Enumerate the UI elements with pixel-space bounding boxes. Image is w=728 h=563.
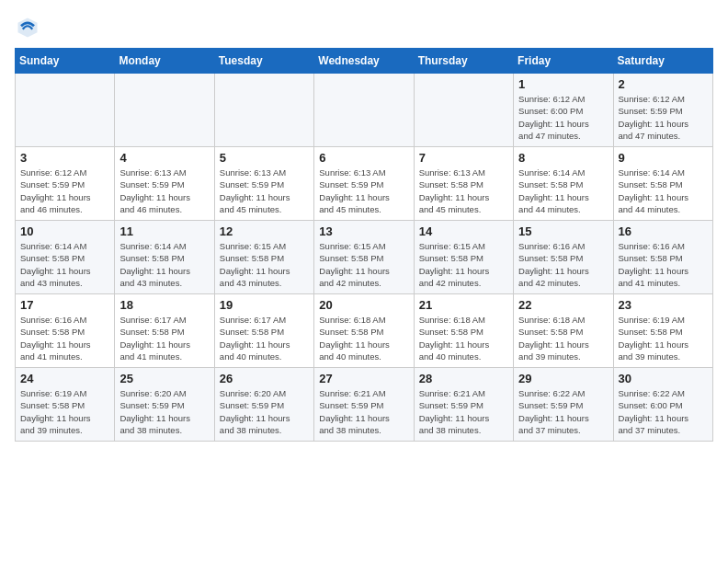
day-info: Sunrise: 6:15 AM Sunset: 5:58 PM Dayligh… — [319, 240, 408, 289]
day-info: Sunrise: 6:14 AM Sunset: 5:58 PM Dayligh… — [619, 167, 708, 215]
calendar-cell: 10Sunrise: 6:14 AM Sunset: 5:58 PM Dayli… — [16, 221, 115, 294]
calendar-week-row: 10Sunrise: 6:14 AM Sunset: 5:58 PM Dayli… — [16, 221, 713, 294]
weekday-header-thursday: Thursday — [414, 49, 513, 74]
calendar-week-row: 3Sunrise: 6:12 AM Sunset: 5:59 PM Daylig… — [16, 147, 713, 221]
day-number: 23 — [619, 298, 708, 312]
calendar-cell: 20Sunrise: 6:18 AM Sunset: 5:58 PM Dayli… — [314, 294, 414, 368]
calendar-cell: 21Sunrise: 6:18 AM Sunset: 5:58 PM Dayli… — [414, 294, 513, 368]
calendar-cell: 28Sunrise: 6:21 AM Sunset: 5:59 PM Dayli… — [414, 368, 513, 442]
day-info: Sunrise: 6:18 AM Sunset: 5:58 PM Dayligh… — [319, 314, 408, 362]
day-number: 28 — [419, 372, 508, 385]
day-number: 17 — [20, 298, 109, 312]
day-info: Sunrise: 6:19 AM Sunset: 5:58 PM Dayligh… — [20, 387, 109, 436]
day-info: Sunrise: 6:16 AM Sunset: 5:58 PM Dayligh… — [619, 240, 708, 289]
page-header — [15, 15, 713, 40]
calendar-table: SundayMondayTuesdayWednesdayThursdayFrid… — [15, 48, 713, 442]
day-number: 22 — [518, 298, 608, 312]
day-info: Sunrise: 6:13 AM Sunset: 5:58 PM Dayligh… — [419, 167, 508, 215]
calendar-cell — [414, 74, 513, 147]
day-number: 8 — [518, 151, 608, 165]
weekday-header-saturday: Saturday — [613, 49, 712, 74]
day-number: 27 — [319, 372, 408, 385]
calendar-cell: 15Sunrise: 6:16 AM Sunset: 5:58 PM Dayli… — [514, 221, 613, 294]
calendar-week-row: 24Sunrise: 6:19 AM Sunset: 5:58 PM Dayli… — [16, 368, 713, 442]
logo-icon — [15, 15, 40, 40]
calendar-cell: 16Sunrise: 6:16 AM Sunset: 5:58 PM Dayli… — [613, 221, 712, 294]
calendar-cell: 26Sunrise: 6:20 AM Sunset: 5:59 PM Dayli… — [214, 368, 313, 442]
calendar-cell: 7Sunrise: 6:13 AM Sunset: 5:58 PM Daylig… — [414, 147, 513, 221]
day-number: 25 — [119, 372, 209, 385]
day-number: 26 — [220, 372, 309, 385]
calendar-cell: 25Sunrise: 6:20 AM Sunset: 5:59 PM Dayli… — [115, 368, 214, 442]
day-info: Sunrise: 6:21 AM Sunset: 5:59 PM Dayligh… — [319, 387, 408, 436]
day-number: 30 — [619, 372, 708, 385]
calendar-cell: 17Sunrise: 6:16 AM Sunset: 5:58 PM Dayli… — [16, 294, 115, 368]
weekday-header-sunday: Sunday — [16, 49, 115, 74]
day-info: Sunrise: 6:13 AM Sunset: 5:59 PM Dayligh… — [220, 167, 309, 215]
logo — [15, 15, 44, 40]
day-info: Sunrise: 6:22 AM Sunset: 6:00 PM Dayligh… — [619, 387, 708, 436]
day-info: Sunrise: 6:18 AM Sunset: 5:58 PM Dayligh… — [518, 314, 608, 362]
day-info: Sunrise: 6:22 AM Sunset: 5:59 PM Dayligh… — [518, 387, 608, 436]
day-number: 11 — [119, 224, 209, 238]
calendar-cell: 6Sunrise: 6:13 AM Sunset: 5:59 PM Daylig… — [314, 147, 414, 221]
calendar-cell: 19Sunrise: 6:17 AM Sunset: 5:58 PM Dayli… — [214, 294, 313, 368]
day-info: Sunrise: 6:20 AM Sunset: 5:59 PM Dayligh… — [119, 387, 209, 436]
day-info: Sunrise: 6:18 AM Sunset: 5:58 PM Dayligh… — [419, 314, 508, 362]
day-info: Sunrise: 6:20 AM Sunset: 5:59 PM Dayligh… — [220, 387, 309, 436]
day-number: 12 — [220, 224, 309, 238]
weekday-header-wednesday: Wednesday — [314, 49, 414, 74]
calendar-cell: 29Sunrise: 6:22 AM Sunset: 5:59 PM Dayli… — [514, 368, 613, 442]
day-info: Sunrise: 6:13 AM Sunset: 5:59 PM Dayligh… — [119, 167, 209, 215]
day-number: 19 — [220, 298, 309, 312]
calendar-cell: 3Sunrise: 6:12 AM Sunset: 5:59 PM Daylig… — [16, 147, 115, 221]
svg-marker-0 — [18, 18, 38, 38]
day-info: Sunrise: 6:12 AM Sunset: 5:59 PM Dayligh… — [619, 93, 708, 142]
day-number: 15 — [518, 224, 608, 238]
weekday-header-monday: Monday — [115, 49, 214, 74]
day-number: 24 — [20, 372, 109, 385]
calendar-cell: 18Sunrise: 6:17 AM Sunset: 5:58 PM Dayli… — [115, 294, 214, 368]
day-info: Sunrise: 6:13 AM Sunset: 5:59 PM Dayligh… — [319, 167, 408, 215]
day-number: 29 — [518, 372, 608, 385]
day-number: 1 — [518, 77, 608, 91]
day-number: 2 — [619, 77, 708, 91]
calendar-cell — [314, 74, 414, 147]
day-info: Sunrise: 6:17 AM Sunset: 5:58 PM Dayligh… — [119, 314, 209, 362]
calendar-header-row: SundayMondayTuesdayWednesdayThursdayFrid… — [16, 49, 713, 74]
day-number: 4 — [119, 151, 209, 165]
day-number: 6 — [319, 151, 408, 165]
calendar-cell: 23Sunrise: 6:19 AM Sunset: 5:58 PM Dayli… — [613, 294, 712, 368]
calendar-cell — [214, 74, 313, 147]
calendar-cell — [115, 74, 214, 147]
day-info: Sunrise: 6:19 AM Sunset: 5:58 PM Dayligh… — [619, 314, 708, 362]
calendar-cell: 12Sunrise: 6:15 AM Sunset: 5:58 PM Dayli… — [214, 221, 313, 294]
day-number: 18 — [119, 298, 209, 312]
calendar-cell — [16, 74, 115, 147]
day-number: 5 — [220, 151, 309, 165]
day-number: 3 — [20, 151, 109, 165]
day-info: Sunrise: 6:15 AM Sunset: 5:58 PM Dayligh… — [220, 240, 309, 289]
weekday-header-friday: Friday — [514, 49, 613, 74]
day-info: Sunrise: 6:12 AM Sunset: 6:00 PM Dayligh… — [518, 93, 608, 142]
calendar-week-row: 1Sunrise: 6:12 AM Sunset: 6:00 PM Daylig… — [16, 74, 713, 147]
day-info: Sunrise: 6:17 AM Sunset: 5:58 PM Dayligh… — [220, 314, 309, 362]
calendar-cell: 14Sunrise: 6:15 AM Sunset: 5:58 PM Dayli… — [414, 221, 513, 294]
day-number: 14 — [419, 224, 508, 238]
calendar-cell: 30Sunrise: 6:22 AM Sunset: 6:00 PM Dayli… — [613, 368, 712, 442]
day-number: 20 — [319, 298, 408, 312]
day-info: Sunrise: 6:15 AM Sunset: 5:58 PM Dayligh… — [419, 240, 508, 289]
day-info: Sunrise: 6:16 AM Sunset: 5:58 PM Dayligh… — [518, 240, 608, 289]
calendar-cell: 2Sunrise: 6:12 AM Sunset: 5:59 PM Daylig… — [613, 74, 712, 147]
calendar-cell: 27Sunrise: 6:21 AM Sunset: 5:59 PM Dayli… — [314, 368, 414, 442]
calendar-week-row: 17Sunrise: 6:16 AM Sunset: 5:58 PM Dayli… — [16, 294, 713, 368]
calendar-cell: 11Sunrise: 6:14 AM Sunset: 5:58 PM Dayli… — [115, 221, 214, 294]
day-number: 21 — [419, 298, 508, 312]
day-number: 13 — [319, 224, 408, 238]
day-info: Sunrise: 6:12 AM Sunset: 5:59 PM Dayligh… — [20, 167, 109, 215]
day-number: 7 — [419, 151, 508, 165]
calendar-cell: 8Sunrise: 6:14 AM Sunset: 5:58 PM Daylig… — [514, 147, 613, 221]
day-info: Sunrise: 6:21 AM Sunset: 5:59 PM Dayligh… — [419, 387, 508, 436]
day-info: Sunrise: 6:14 AM Sunset: 5:58 PM Dayligh… — [20, 240, 109, 289]
day-number: 9 — [619, 151, 708, 165]
